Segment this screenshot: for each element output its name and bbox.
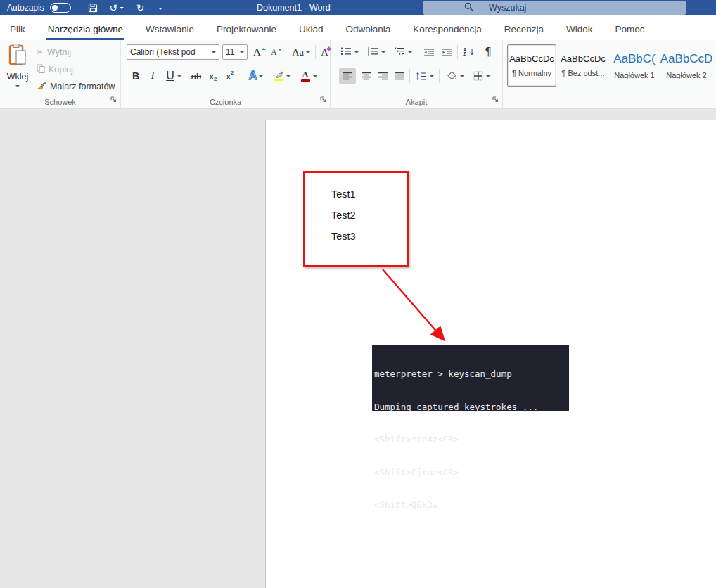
ribbon: Wklej ✂ Wytnij Kopiuj Malarz formatów Sc… bbox=[0, 40, 716, 109]
text-effects-button[interactable]: A bbox=[245, 68, 267, 84]
paragraph-group-label: Akapit bbox=[331, 98, 502, 106]
style-naglowek-2[interactable]: AaBbCcD Nagłówek 2 bbox=[662, 44, 711, 87]
decrease-indent-button[interactable] bbox=[421, 44, 437, 60]
tab-plik[interactable]: Plik bbox=[8, 24, 27, 40]
borders-button[interactable] bbox=[470, 68, 494, 84]
format-painter-button[interactable]: Malarz formatów bbox=[37, 80, 115, 92]
multilevel-list-button[interactable] bbox=[391, 44, 415, 60]
cut-button: ✂ Wytnij bbox=[37, 47, 71, 57]
sort-button[interactable]: AZ ↓ bbox=[460, 44, 478, 60]
redo-icon[interactable]: ↻ bbox=[134, 1, 147, 14]
show-hide-marks-button[interactable]: ¶ bbox=[480, 44, 497, 60]
numbering-icon bbox=[367, 46, 378, 58]
autosave-toggle[interactable] bbox=[50, 3, 71, 13]
tab-recenzja[interactable]: Recenzja bbox=[503, 24, 545, 40]
tab-projektowanie[interactable]: Projektowanie bbox=[215, 24, 278, 40]
underline-chevron-icon[interactable] bbox=[177, 75, 181, 77]
terminal-line: meterpreter > keyscan_dump bbox=[374, 369, 569, 380]
clipboard-group-label: Schowek bbox=[0, 98, 120, 106]
style-naglowek-1[interactable]: AaBbC( Nagłówek 1 bbox=[610, 44, 659, 87]
align-left-button[interactable] bbox=[339, 68, 356, 84]
increase-indent-button[interactable] bbox=[439, 44, 456, 60]
strikethrough-button[interactable]: ab bbox=[188, 68, 204, 84]
autosave-label: Autozapis bbox=[7, 3, 44, 13]
sort-icon: AZ bbox=[463, 48, 466, 56]
line-spacing-button[interactable] bbox=[414, 68, 436, 84]
search-input[interactable]: Wyszukaj bbox=[423, 1, 686, 15]
style-bez-odstepow[interactable]: AaBbCcDc ¶ Bez odst... bbox=[558, 44, 608, 87]
shading-chevron-icon[interactable] bbox=[460, 75, 464, 77]
font-name-select[interactable]: Calibri (Tekst pod bbox=[127, 44, 219, 60]
align-left-icon bbox=[343, 72, 353, 80]
tab-wstawianie[interactable]: Wstawianie bbox=[144, 24, 196, 40]
text-effects-icon: A bbox=[249, 70, 257, 82]
paragraph-dialog-launcher-icon[interactable] bbox=[492, 93, 499, 106]
save-icon[interactable] bbox=[87, 1, 99, 14]
annotation-red-box[interactable]: Test1 Test2 Test3 bbox=[303, 171, 409, 267]
clipboard-group: Wklej ✂ Wytnij Kopiuj Malarz formatów Sc… bbox=[0, 40, 121, 108]
font-size-select[interactable]: 11 bbox=[222, 44, 248, 60]
multilevel-list-icon bbox=[394, 46, 405, 58]
font-color-chevron-icon[interactable] bbox=[313, 75, 317, 77]
clipboard-paste-icon bbox=[7, 43, 28, 70]
document-page[interactable]: Test1 Test2 Test3 meterpreter > keyscan_… bbox=[265, 120, 716, 588]
underline-button[interactable]: U bbox=[162, 68, 186, 84]
font-dialog-launcher-icon[interactable] bbox=[320, 93, 326, 106]
scissors-icon: ✂ bbox=[37, 47, 44, 57]
bullets-icon bbox=[340, 46, 352, 58]
grow-font-button[interactable]: A bbox=[252, 44, 267, 60]
tab-narzedzia-glowne[interactable]: Narzędzia główne bbox=[46, 24, 124, 40]
undo-chevron-icon[interactable] bbox=[120, 7, 124, 9]
document-canvas: Test1 Test2 Test3 meterpreter > keyscan_… bbox=[0, 109, 716, 588]
terminal-prompt: meterpreter bbox=[374, 369, 433, 379]
justify-button[interactable] bbox=[391, 68, 408, 84]
clipboard-dialog-launcher-icon[interactable] bbox=[110, 93, 117, 106]
align-center-button[interactable] bbox=[357, 68, 374, 84]
style-normalny[interactable]: AaBbCcDc ¶ Normalny bbox=[507, 44, 556, 87]
align-right-button[interactable] bbox=[374, 68, 391, 84]
shading-icon bbox=[447, 71, 457, 81]
text-effects-chevron-icon[interactable] bbox=[259, 75, 263, 77]
quick-access-toolbar: ↺ ↻ bbox=[87, 1, 163, 14]
title-bar: Autozapis ↺ ↻ Dokument1 - Word Wyszukaj bbox=[0, 0, 716, 15]
tab-korespondencja[interactable]: Korespondencja bbox=[411, 24, 483, 40]
terminal-line: Dumping captured keystrokes ... bbox=[374, 402, 569, 413]
search-placeholder: Wyszukaj bbox=[489, 3, 526, 13]
highlight-chevron-icon[interactable] bbox=[286, 75, 290, 77]
line-spacing-chevron-icon[interactable] bbox=[430, 75, 434, 77]
font-group: Calibri (Tekst pod 11 A A Aa A B I U ab … bbox=[121, 40, 331, 108]
customize-qat-icon[interactable] bbox=[158, 6, 163, 11]
font-color-button[interactable]: A bbox=[297, 68, 321, 84]
multilevel-chevron-icon[interactable] bbox=[408, 51, 412, 53]
superscript-button[interactable]: x2 bbox=[222, 68, 238, 84]
textbox-line[interactable]: Test3 bbox=[331, 231, 357, 242]
tab-uklad[interactable]: Układ bbox=[298, 24, 325, 40]
textbox-line[interactable]: Test2 bbox=[331, 210, 356, 221]
tab-odwolania[interactable]: Odwołania bbox=[344, 24, 392, 40]
italic-button[interactable]: I bbox=[145, 68, 160, 84]
justify-icon bbox=[395, 72, 405, 80]
styles-group: AaBbCcDc ¶ Normalny AaBbCcDc ¶ Bez odst.… bbox=[503, 40, 716, 108]
highlight-color-button[interactable] bbox=[270, 68, 294, 84]
paste-button[interactable]: Wklej bbox=[4, 43, 31, 98]
numbering-button[interactable] bbox=[364, 44, 388, 60]
paragraph-group: AZ ↓ ¶ Akapit bbox=[331, 40, 503, 108]
bullets-chevron-icon[interactable] bbox=[354, 51, 359, 53]
shrink-font-button[interactable]: A bbox=[269, 44, 284, 60]
tab-widok[interactable]: Widok bbox=[565, 24, 594, 40]
terminal-line: <Shift>*td4z<CR> bbox=[374, 434, 569, 445]
paste-chevron-icon[interactable] bbox=[15, 85, 20, 87]
bold-button[interactable]: B bbox=[128, 68, 143, 84]
tab-pomoc[interactable]: Pomoc bbox=[614, 24, 646, 40]
numbering-chevron-icon[interactable] bbox=[381, 51, 385, 53]
borders-chevron-icon[interactable] bbox=[486, 75, 490, 77]
textbox-line[interactable]: Test1 bbox=[331, 188, 356, 200]
change-case-button[interactable]: Aa bbox=[290, 44, 312, 60]
subscript-button[interactable]: x2 bbox=[205, 68, 221, 84]
format-painter-icon bbox=[37, 80, 46, 92]
bullets-button[interactable] bbox=[338, 44, 362, 60]
toggle-knob bbox=[52, 5, 58, 11]
undo-icon[interactable]: ↺ bbox=[110, 1, 123, 14]
decrease-indent-icon bbox=[423, 48, 435, 57]
shading-button[interactable] bbox=[443, 68, 467, 84]
